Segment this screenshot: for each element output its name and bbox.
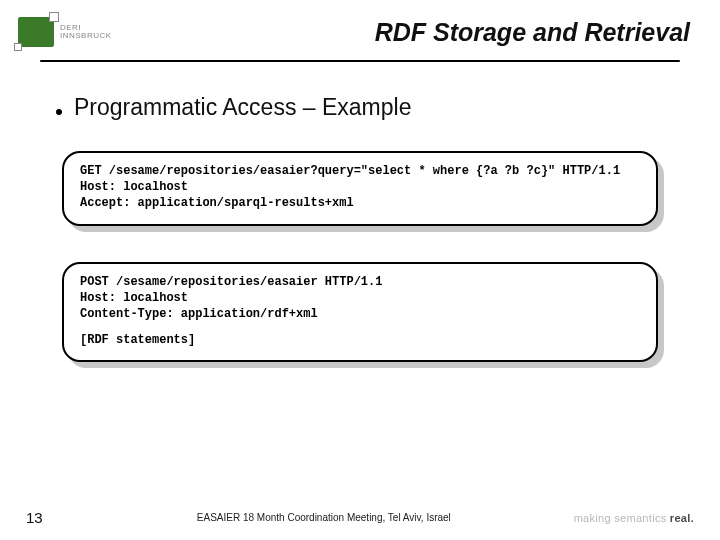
bullet-item: Programmatic Access – Example (56, 94, 664, 121)
code-line: Content-Type: application/rdf+xml (80, 307, 318, 321)
code-line: GET /sesame/repositories/easaier?query="… (80, 164, 620, 178)
code-line: Accept: application/sparql-results+xml (80, 196, 354, 210)
page-number: 13 (26, 509, 74, 526)
bullet-icon (56, 109, 62, 115)
code-box: GET /sesame/repositories/easaier?query="… (62, 151, 658, 226)
footer-caption: EASAIER 18 Month Coordination Meeting, T… (74, 512, 574, 523)
code-line: Host: localhost (80, 291, 188, 305)
deri-logo: DERI INNSBRUCK (18, 12, 158, 52)
code-line: POST /sesame/repositories/easaier HTTP/1… (80, 275, 382, 289)
slide: DERI INNSBRUCK RDF Storage and Retrieval… (0, 0, 720, 540)
slide-header: DERI INNSBRUCK RDF Storage and Retrieval (0, 0, 720, 58)
logo-icon (18, 17, 54, 47)
slide-footer: 13 EASAIER 18 Month Coordination Meeting… (0, 509, 720, 526)
code-block-1: GET /sesame/repositories/easaier?query="… (62, 151, 658, 226)
code-box: POST /sesame/repositories/easaier HTTP/1… (62, 262, 658, 363)
slide-body: Programmatic Access – Example GET /sesam… (0, 62, 720, 362)
bullet-text: Programmatic Access – Example (74, 94, 411, 121)
code-line: Host: localhost (80, 180, 188, 194)
tagline-emph: real. (670, 512, 694, 524)
footer-tagline: making semantics real. (574, 512, 694, 524)
logo-text-sub: INNSBRUCK (60, 32, 112, 40)
code-block-2: POST /sesame/repositories/easaier HTTP/1… (62, 262, 658, 363)
slide-title: RDF Storage and Retrieval (375, 18, 696, 47)
tagline-prefix: making semantics (574, 512, 670, 524)
code-line: [RDF statements] (80, 333, 195, 347)
